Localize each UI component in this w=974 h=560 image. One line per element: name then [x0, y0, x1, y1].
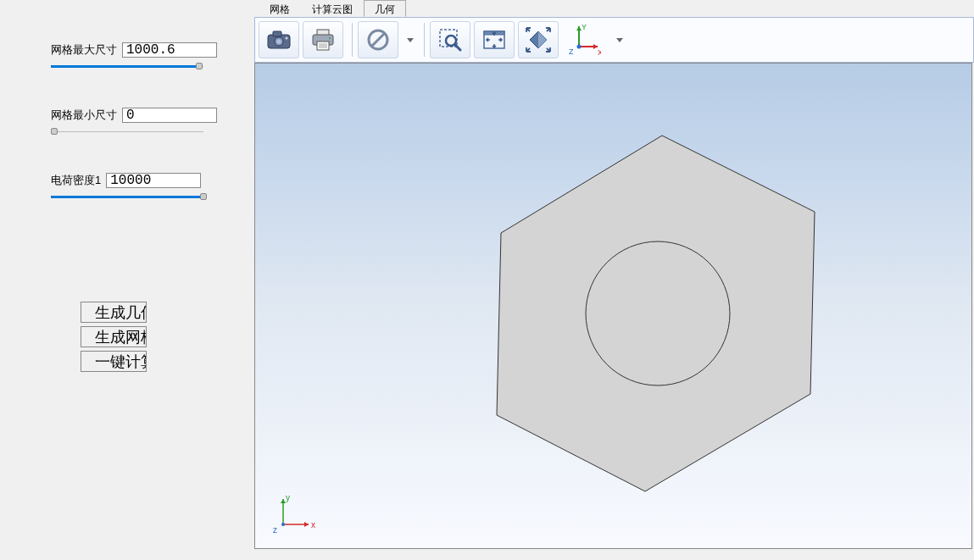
- zoom-extents-icon: [481, 27, 507, 53]
- svg-text:Z: Z: [569, 47, 574, 56]
- viewport-3d[interactable]: x y z: [254, 63, 972, 549]
- svg-marker-25: [497, 136, 815, 491]
- svg-point-11: [329, 37, 331, 39]
- svg-rect-1: [273, 31, 281, 36]
- svg-point-4: [286, 37, 288, 40]
- right-panel: 网格 计算云图 几何: [254, 0, 974, 551]
- svg-text:Y: Y: [582, 23, 587, 31]
- screenshot-button[interactable]: [259, 21, 299, 58]
- max-mesh-input[interactable]: [122, 42, 217, 58]
- tab-geometry[interactable]: 几何: [364, 0, 406, 17]
- param-max-mesh: 网格最大尺寸: [51, 42, 254, 58]
- max-mesh-slider[interactable]: [51, 64, 203, 69]
- toolbar-divider: [424, 23, 425, 57]
- svg-text:x: x: [311, 520, 315, 530]
- axes-indicator-toolbar[interactable]: X Y Z: [565, 21, 603, 58]
- svg-point-23: [577, 45, 582, 49]
- zoom-select-icon: [437, 27, 463, 53]
- camera-icon: [266, 30, 292, 50]
- min-mesh-input[interactable]: [122, 108, 217, 123]
- disable-dropdown[interactable]: [402, 21, 419, 58]
- generate-mesh-button[interactable]: 生成网格: [81, 326, 147, 347]
- charge-density-label: 电荷密度1: [51, 173, 101, 188]
- compute-button[interactable]: 一键计算: [81, 351, 147, 372]
- viewport-axes-indicator: x y z: [270, 492, 321, 535]
- no-symbol-icon: [365, 27, 391, 53]
- param-charge-density: 电荷密度1: [51, 173, 254, 188]
- printer-icon: [311, 29, 335, 51]
- chevron-down-icon: [407, 38, 414, 42]
- param-min-mesh: 网格最小尺寸: [51, 108, 254, 123]
- svg-text:X: X: [598, 48, 601, 57]
- svg-point-31: [281, 523, 285, 526]
- action-buttons: 生成几何 生成网格 一键计算: [81, 302, 254, 372]
- min-mesh-slider[interactable]: [51, 130, 203, 135]
- toolbar-divider: [352, 23, 353, 57]
- zoom-extents-button[interactable]: [474, 21, 515, 58]
- print-button[interactable]: [303, 21, 343, 58]
- charge-density-slider[interactable]: [51, 195, 203, 200]
- left-panel: 网格最大尺寸 网格最小尺寸 电荷密度1 生成几何 生成网格 一键计算: [0, 0, 254, 560]
- zoom-select-button[interactable]: [430, 21, 470, 58]
- disable-button[interactable]: [358, 21, 398, 58]
- max-mesh-label: 网格最大尺寸: [51, 42, 117, 58]
- svg-point-3: [277, 40, 281, 44]
- min-mesh-label: 网格最小尺寸: [51, 108, 117, 123]
- charge-density-input[interactable]: [106, 173, 201, 188]
- diamond-arrows-icon: [525, 26, 552, 53]
- svg-text:y: y: [286, 493, 290, 502]
- svg-line-16: [455, 45, 460, 50]
- axes-dropdown[interactable]: [611, 21, 628, 58]
- generate-geometry-button[interactable]: 生成几何: [81, 302, 147, 323]
- tab-bar: 网格 计算云图 几何: [254, 0, 974, 17]
- tab-mesh[interactable]: 网格: [259, 0, 301, 17]
- viewport-toolbar: X Y Z: [254, 17, 974, 63]
- svg-line-13: [372, 34, 384, 46]
- hexagon-geometry: [408, 106, 849, 530]
- rotate-view-button[interactable]: [518, 21, 559, 58]
- tab-cloud-plot[interactable]: 计算云图: [301, 0, 364, 17]
- axes-icon: X Y Z: [567, 23, 601, 57]
- chevron-down-icon: [616, 38, 623, 42]
- svg-text:z: z: [273, 525, 277, 535]
